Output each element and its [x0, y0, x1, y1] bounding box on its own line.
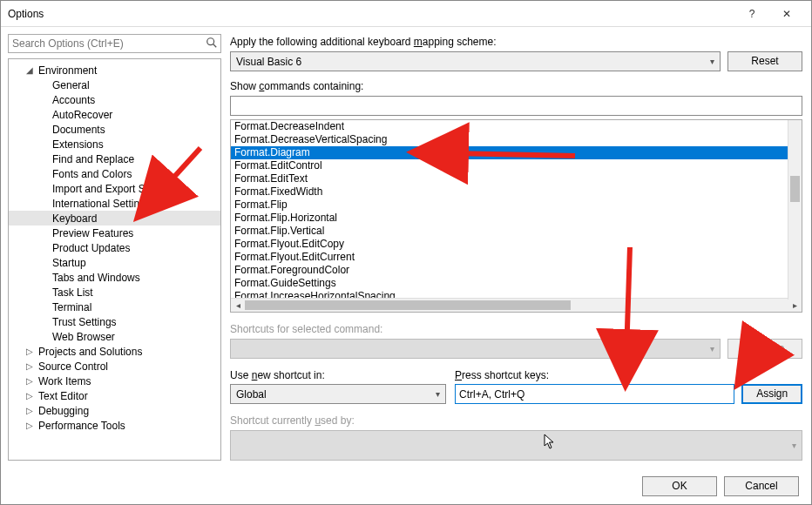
remove-button: Remove — [727, 339, 802, 359]
command-item[interactable]: Format.Flyout.EditCopy — [231, 238, 802, 251]
ok-button[interactable]: OK — [642, 476, 717, 496]
command-item[interactable]: Format.Flip — [231, 199, 802, 212]
tree-item[interactable]: Accounts — [9, 92, 220, 107]
tree-item[interactable]: International Settings — [9, 196, 220, 211]
chevron-right-icon: ▸ — [788, 300, 802, 310]
tree-item[interactable]: Documents — [9, 122, 220, 137]
titlebar: Options ? ✕ — [1, 1, 811, 27]
press-label: Press shortcut keys: — [455, 369, 802, 381]
command-item[interactable]: Format.DecreaseVerticalSpacing — [231, 133, 802, 146]
command-item[interactable]: Format.DecreaseIndent — [231, 120, 802, 133]
svg-line-1 — [213, 44, 217, 48]
assign-button[interactable]: Assign — [741, 384, 802, 404]
tree-item[interactable]: Terminal — [9, 300, 220, 314]
tree-item[interactable]: General — [9, 77, 220, 92]
command-item[interactable]: Format.EditControl — [231, 159, 802, 172]
tree-item[interactable]: ▷Debugging — [9, 403, 220, 418]
tree-item[interactable]: Web Browser — [9, 329, 220, 344]
command-item[interactable]: Format.EditText — [231, 172, 802, 185]
tree-item[interactable]: Preview Features — [9, 226, 220, 240]
tree-item[interactable]: ▷Source Control — [9, 359, 220, 374]
new-shortcut-label: Use new shortcut in: — [230, 369, 446, 381]
help-button[interactable]: ? — [734, 8, 769, 20]
tree-item[interactable]: Import and Export Settings — [9, 181, 220, 196]
tree-item[interactable]: AutoRecover — [9, 107, 220, 122]
command-item[interactable]: Format.Flyout.EditCurrent — [231, 251, 802, 264]
search-input[interactable] — [8, 34, 221, 53]
chevron-down-icon: ▾ — [436, 389, 440, 399]
tree-item[interactable]: ▷Work Items — [9, 374, 220, 388]
tree-item[interactable]: Keyboard — [9, 211, 220, 226]
chevron-down-icon: ▾ — [792, 441, 796, 450]
contains-label: Show commands containing: — [230, 80, 802, 92]
tree-item[interactable]: Find and Replace — [9, 152, 220, 166]
scheme-dropdown[interactable]: Visual Basic 6 ▾ — [230, 51, 721, 71]
command-item[interactable]: Format.Flip.Vertical — [231, 225, 802, 238]
dialog-title: Options — [8, 8, 734, 20]
command-item[interactable]: Format.ForegroundColor — [231, 264, 802, 277]
chevron-down-icon: ▾ — [710, 57, 714, 66]
tree-item[interactable]: Trust Settings — [9, 314, 220, 329]
mouse-cursor-icon — [544, 434, 556, 452]
command-item[interactable]: Format.IncreaseHorizontalSpacing — [231, 290, 802, 298]
search-icon — [206, 37, 218, 51]
tree-item[interactable]: Product Updates — [9, 240, 220, 255]
command-list[interactable]: Format.DecreaseIndentFormat.DecreaseVert… — [230, 119, 802, 313]
svg-point-0 — [207, 38, 214, 45]
scheme-label: Apply the following additional keyboard … — [230, 36, 802, 48]
command-item[interactable]: Format.Diagram — [231, 146, 802, 159]
shortcuts-for-label: Shortcuts for selected command: — [230, 323, 802, 335]
new-shortcut-value: Global — [236, 388, 267, 401]
dialog-footer: OK Cancel — [1, 468, 811, 504]
contains-input[interactable] — [230, 96, 802, 116]
tree-item-environment[interactable]: ◢Environment — [9, 63, 220, 77]
shortcuts-for-dropdown: ▾ — [230, 339, 721, 359]
close-button[interactable]: ✕ — [769, 8, 804, 20]
command-item[interactable]: Format.Flip.Horizontal — [231, 212, 802, 225]
command-item[interactable]: Format.GuideSettings — [231, 277, 802, 290]
tree-item[interactable]: Tabs and Windows — [9, 270, 220, 285]
new-shortcut-dropdown[interactable]: Global ▾ — [230, 384, 446, 404]
tree-item[interactable]: Fonts and Colors — [9, 166, 220, 181]
tree-item[interactable]: ▷Performance Tools — [9, 418, 220, 433]
chevron-left-icon: ◂ — [231, 300, 245, 310]
tree-item[interactable]: ▷Text Editor — [9, 388, 220, 403]
chevron-down-icon: ▾ — [710, 344, 714, 354]
used-by-label: Shortcut currently used by: — [230, 414, 802, 427]
scrollbar-vertical[interactable] — [788, 120, 802, 300]
options-dialog: Options ? ✕ ◢EnvironmentGeneralAccountsA… — [0, 0, 812, 505]
scrollbar-horizontal[interactable]: ◂ ▸ — [231, 298, 802, 312]
reset-button[interactable]: Reset — [727, 51, 802, 71]
used-by-dropdown: ▾ — [230, 430, 802, 461]
tree-item[interactable]: ▷Projects and Solutions — [9, 344, 220, 359]
cancel-button[interactable]: Cancel — [724, 476, 799, 496]
options-tree[interactable]: ◢EnvironmentGeneralAccountsAutoRecoverDo… — [8, 58, 221, 461]
tree-item[interactable]: Task List — [9, 285, 220, 300]
press-keys-input[interactable] — [455, 384, 734, 404]
tree-item[interactable]: Extensions — [9, 137, 220, 152]
scheme-value: Visual Basic 6 — [236, 56, 301, 68]
tree-item[interactable]: Startup — [9, 255, 220, 270]
command-item[interactable]: Format.FixedWidth — [231, 185, 802, 199]
